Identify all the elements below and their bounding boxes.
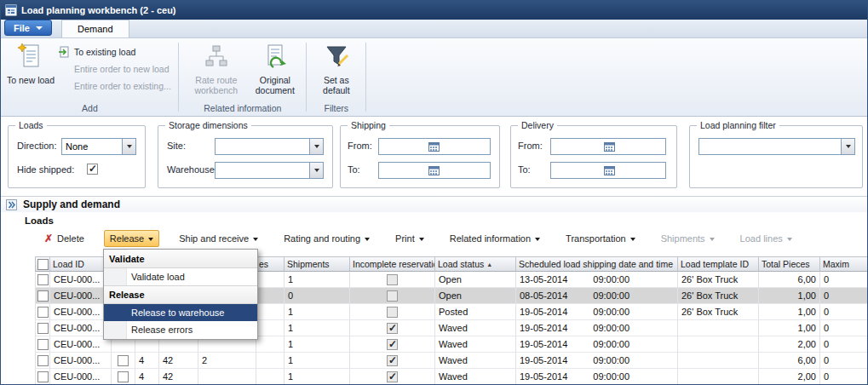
cell-template — [678, 353, 759, 369]
column-header-incomplete[interactable]: Incomplete reservation — [350, 256, 435, 272]
shipping-from-input[interactable] — [378, 138, 491, 155]
site-dropdown-button[interactable] — [309, 139, 323, 154]
original-document-button[interactable]: Original document — [249, 40, 302, 96]
expand-icon[interactable] — [6, 199, 17, 210]
column-header-shipments[interactable]: Shipments — [285, 256, 350, 272]
row-checkbox[interactable] — [37, 371, 49, 382]
direction-dropdown-button[interactable] — [122, 139, 135, 154]
cell-shipments: 0 — [285, 288, 350, 304]
column-header-label: Load ID — [53, 259, 84, 269]
tab-bar: File Demand — [1, 20, 867, 38]
column-header-scheduled[interactable]: Scheduled load shipping date and time — [516, 256, 678, 272]
site-label: Site: — [167, 141, 186, 151]
load-planning-dropdown-button[interactable] — [841, 139, 854, 154]
cell-scheduled: 13-05-201409:00:00 — [516, 272, 678, 288]
row-checkbox[interactable] — [37, 307, 49, 318]
toolbar-button-print[interactable]: Print — [389, 230, 430, 247]
shipping-to-label: To: — [348, 164, 360, 175]
section-title: Supply and demand — [23, 198, 120, 210]
direction-select[interactable]: None — [61, 138, 136, 155]
cell-incomplete — [350, 353, 435, 369]
toolbar-button-label: Print — [395, 233, 415, 244]
cell-c3: 42 — [159, 369, 198, 385]
warehouse-value — [216, 163, 309, 178]
new-load-icon — [17, 43, 44, 73]
caret-down-icon — [148, 238, 153, 241]
toolbar-button-label: Related information — [450, 233, 531, 244]
toolbar-button-label: Ship and receive — [179, 233, 249, 244]
toolbar-button-delete[interactable]: ✗Delete — [38, 230, 90, 247]
row-checkbox[interactable] — [118, 355, 129, 366]
menu-item-validate-load[interactable]: Validate load — [104, 268, 257, 285]
cell-date: 13-05-2014 — [520, 274, 567, 284]
calendar-icon[interactable] — [604, 141, 615, 152]
cell-es — [256, 320, 285, 336]
reservation-checkbox — [387, 307, 398, 318]
ribbon-group-filters: Set as default Filters — [307, 38, 366, 116]
column-header-status[interactable]: Load status▲ — [435, 256, 516, 272]
warehouse-dropdown-button[interactable] — [309, 163, 323, 178]
cell-incomplete — [350, 320, 435, 336]
shipping-to-input[interactable] — [378, 162, 491, 179]
caret-down-icon — [253, 238, 258, 241]
hide-shipped-checkbox[interactable] — [87, 164, 98, 175]
hide-shipped-label: Hide shipped: — [17, 164, 74, 175]
load-planning-filter-select[interactable] — [698, 138, 855, 155]
storage-dimensions-group: Storage dimensions Site: Warehouse: — [158, 125, 333, 188]
caret-down-icon — [535, 238, 540, 241]
warehouse-select[interactable] — [215, 162, 324, 179]
site-value — [216, 139, 309, 154]
select-all-checkbox[interactable] — [37, 259, 49, 270]
row-checkbox[interactable] — [118, 371, 129, 382]
cell-pieces: 1,00 — [759, 288, 820, 304]
toolbar-button-ship-and-receive[interactable]: Ship and receive — [173, 230, 264, 247]
supply-demand-header[interactable]: Supply and demand — [1, 197, 867, 212]
toolbar-button-label: Release — [110, 233, 144, 244]
caret-down-icon — [630, 238, 635, 241]
to-new-load-label: To new load — [7, 75, 55, 85]
delivery-to-input[interactable] — [550, 162, 666, 179]
column-header-pieces[interactable]: Total Pieces — [759, 256, 820, 272]
cell-pieces: 2,00 — [759, 336, 820, 353]
table-row[interactable]: CEU-000...4421Waved19-05-201409:00:002,0… — [35, 369, 867, 385]
delivery-filter-group: Delivery From: To: — [510, 125, 677, 188]
tab-demand[interactable]: Demand — [61, 20, 129, 37]
column-header-max[interactable]: Maxim — [820, 256, 868, 272]
file-label: File — [14, 23, 30, 33]
column-header-sel[interactable] — [35, 256, 50, 272]
row-checkbox[interactable] — [37, 355, 49, 366]
shipping-legend: Shipping — [348, 120, 389, 130]
to-existing-load-button[interactable]: To existing load — [55, 45, 174, 59]
table-row[interactable]: CEU-000...44221Waved19-05-201409:00:006,… — [35, 353, 867, 369]
set-as-default-button[interactable]: Set as default — [312, 40, 361, 96]
toolbar-button-related-information[interactable]: Related information — [444, 230, 546, 247]
row-checkbox[interactable] — [37, 274, 49, 285]
set-as-default-label: Set as default — [312, 75, 361, 96]
cell-pieces: 1,00 — [759, 304, 820, 320]
ribbon-group-add: To new load To existing load Entire orde… — [1, 38, 179, 116]
to-new-load-button[interactable]: To new load — [6, 40, 55, 85]
row-checkbox[interactable] — [37, 339, 49, 350]
window-title: Load planning workbench (2 - ceu) — [21, 5, 176, 15]
file-menu-button[interactable]: File — [4, 20, 52, 36]
calendar-icon[interactable] — [604, 165, 615, 175]
row-checkbox[interactable] — [37, 290, 49, 302]
reservation-checkbox — [387, 339, 398, 350]
menu-item-release-errors[interactable]: Release errors — [104, 321, 257, 338]
cell-c4 — [198, 369, 256, 385]
calendar-icon[interactable] — [428, 165, 440, 175]
toolbar-button-release[interactable]: Release — [104, 230, 159, 247]
toolbar-button-rating-and-routing[interactable]: Rating and routing — [278, 230, 376, 247]
column-header-template[interactable]: Load template ID — [678, 256, 759, 272]
column-header-es[interactable]: es — [256, 256, 285, 272]
toolbar-button-transportation[interactable]: Transportation — [560, 230, 641, 247]
load-planning-filter-group: Load planning filter — [689, 125, 863, 188]
calendar-icon[interactable] — [428, 141, 440, 152]
row-checkbox[interactable] — [37, 323, 49, 334]
column-header-label: Scheduled load shipping date and time — [519, 259, 673, 269]
menu-item-release-to-warehouse[interactable]: Release to warehouse — [104, 304, 257, 321]
delivery-from-input[interactable] — [550, 138, 666, 155]
cell-scheduled: 19-05-201409:00:00 — [516, 336, 678, 353]
site-select[interactable] — [215, 138, 324, 155]
cell-sel — [35, 288, 50, 304]
